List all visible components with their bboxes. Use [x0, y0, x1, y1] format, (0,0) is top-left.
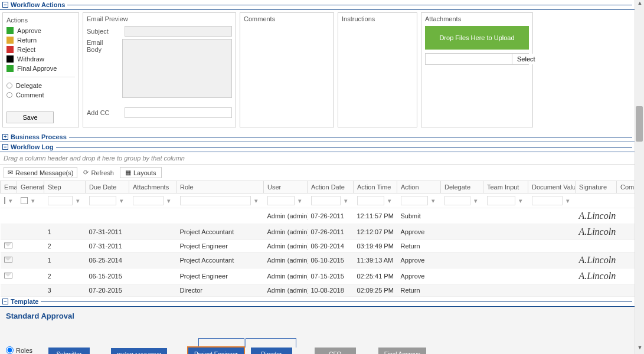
refresh-button[interactable]: ⟳ Refresh	[83, 169, 114, 176]
filter-input[interactable]	[357, 196, 384, 205]
funnel-icon[interactable]: ▾	[296, 196, 304, 205]
action-reject[interactable]: Reject	[6, 45, 75, 54]
col-attachments[interactable]: Attachments	[129, 181, 176, 194]
node-director[interactable]: Director	[251, 348, 292, 354]
action-return[interactable]: Return	[6, 35, 75, 45]
funnel-icon[interactable]: ▾	[429, 196, 437, 205]
collapse-icon[interactable]: −	[2, 144, 8, 150]
table-row[interactable]: 106-25-2014Project AccountantAdmin (admi…	[1, 253, 636, 268]
filter-input[interactable]	[487, 196, 515, 205]
body-label: Email Body	[87, 39, 119, 53]
layouts-button[interactable]: ▦ Layouts	[120, 167, 162, 178]
col-action-date[interactable]: Action Date	[308, 181, 354, 194]
table-row[interactable]: Admin (admin)07-26-201112:11:57 PMSubmit…	[1, 208, 636, 224]
refresh-icon: ⟳	[83, 169, 89, 176]
scroll-down-icon[interactable]: ▼	[635, 345, 644, 354]
expand-icon[interactable]: +	[2, 134, 8, 140]
col-comments[interactable]: Comm	[617, 181, 636, 194]
group-by-hint[interactable]: Drag a column header and drop it here to…	[0, 152, 635, 165]
collapse-icon[interactable]: −	[2, 299, 8, 304]
color-swatch	[6, 37, 14, 44]
col-delegate[interactable]: Delegate	[441, 181, 483, 194]
workflow-log-table: Email Generated Step Due Date Attachment…	[0, 181, 636, 297]
instructions-label: Instructions	[342, 15, 413, 22]
col-generated[interactable]: Generated	[17, 181, 44, 194]
filter-input[interactable]	[180, 196, 251, 205]
collapse-icon[interactable]: −	[2, 2, 8, 8]
scrollbar-vertical[interactable]: ▲ ▼	[635, 0, 644, 354]
funnel-icon[interactable]: ▾	[29, 196, 37, 205]
action-label: Approve	[17, 27, 41, 34]
filter-input[interactable]	[89, 196, 116, 205]
select-file-button[interactable]: Select	[512, 54, 540, 64]
option-delegate[interactable]: Delegate	[6, 81, 75, 90]
funnel-icon[interactable]: ▾	[74, 196, 82, 205]
action-approve[interactable]: Approve	[6, 26, 75, 35]
funnel-icon[interactable]: ▾	[472, 196, 480, 205]
col-action[interactable]: Action	[397, 181, 441, 194]
action-withdraw[interactable]: Withdraw	[6, 54, 75, 64]
section-business-process: + Business Process	[0, 132, 635, 142]
resend-messages-button[interactable]: ✉ Resend Message(s)	[4, 167, 77, 178]
table-row[interactable]: 307-20-2015DirectorAdmin (admin)10-08-20…	[1, 284, 636, 297]
scrollbar-thumb[interactable]	[636, 106, 643, 142]
envelope-icon	[4, 257, 12, 263]
email-body-input[interactable]	[122, 39, 232, 98]
funnel-icon[interactable]: ▾	[516, 196, 525, 205]
section-workflow-actions: − Workflow Actions	[0, 0, 635, 10]
table-row[interactable]: 206-15-2015Project EngineerAdmin (admin)…	[1, 268, 636, 284]
filter-input[interactable]	[444, 196, 470, 205]
action-label: Return	[17, 37, 37, 44]
section-title: Workflow Actions	[11, 1, 65, 8]
filter-input[interactable]	[311, 196, 341, 205]
node-submitter[interactable]: Submitter	[48, 348, 90, 354]
filter-input[interactable]	[133, 196, 164, 205]
option-comment[interactable]: Comment	[6, 90, 75, 100]
col-user[interactable]: User	[264, 181, 308, 194]
col-role[interactable]: Role	[176, 181, 264, 194]
col-due[interactable]: Due Date	[86, 181, 129, 194]
col-action-time[interactable]: Action Time	[354, 181, 397, 194]
action-label: Final Approve	[17, 65, 57, 72]
drop-zone[interactable]: Drop Files Here to Upload	[425, 26, 529, 50]
col-doc-value[interactable]: Document Value	[528, 181, 576, 194]
funnel-icon[interactable]: ▾	[252, 196, 260, 205]
radio-roles[interactable]: Roles	[6, 346, 37, 354]
col-step[interactable]: Step	[44, 181, 86, 194]
node-final-approve[interactable]: Final Approve	[378, 348, 426, 354]
addcc-input[interactable]	[125, 107, 232, 118]
col-email[interactable]: Email	[1, 181, 17, 194]
instructions-panel: Instructions	[338, 12, 417, 127]
node-cfo[interactable]: CFO	[315, 348, 356, 354]
col-team-input[interactable]: Team Input	[483, 181, 528, 194]
node-project-engineer[interactable]: Project Engineer	[188, 348, 244, 354]
funnel-icon[interactable]: ▾	[342, 196, 350, 205]
funnel-icon[interactable]: ▾	[165, 196, 173, 205]
filter-checkbox[interactable]	[21, 197, 28, 204]
action-label: Withdraw	[17, 55, 44, 63]
attachment-path-input[interactable]	[426, 54, 512, 64]
section-title: Business Process	[11, 133, 67, 140]
filter-input[interactable]	[401, 196, 428, 205]
node-project-accountant[interactable]: Project Accountant	[111, 348, 167, 355]
funnel-icon[interactable]: ▾	[564, 196, 572, 205]
filter-input[interactable]	[267, 196, 295, 205]
filter-input[interactable]	[48, 196, 73, 205]
funnel-icon[interactable]: ▾	[6, 196, 15, 205]
table-row[interactable]: 107-31-2011Project AccountantAdmin (admi…	[1, 224, 636, 240]
arrow-right-icon: →	[174, 350, 181, 355]
funnel-icon[interactable]: ▾	[385, 196, 394, 205]
funnel-icon[interactable]: ▾	[117, 196, 126, 205]
table-row[interactable]: 207-31-2011Project EngineerAdmin (admin)…	[1, 240, 636, 253]
save-button[interactable]: Save	[6, 112, 54, 123]
subject-input[interactable]	[125, 26, 232, 37]
filter-input[interactable]	[532, 196, 563, 205]
action-final-approve[interactable]: Final Approve	[6, 64, 75, 73]
col-signature[interactable]: Signature	[576, 181, 617, 194]
email-preview-label: Email Preview	[87, 15, 232, 22]
scroll-up-icon[interactable]: ▲	[635, 0, 644, 9]
filter-row: ▾ ▾ ▾ ▾ ▾ ▾ ▾ ▾ ▾ ▾ ▾ ▾ ▾	[1, 194, 636, 208]
comments-panel: Comments	[240, 12, 334, 127]
actions-label: Actions	[6, 17, 75, 24]
filter-checkbox[interactable]	[4, 197, 5, 204]
